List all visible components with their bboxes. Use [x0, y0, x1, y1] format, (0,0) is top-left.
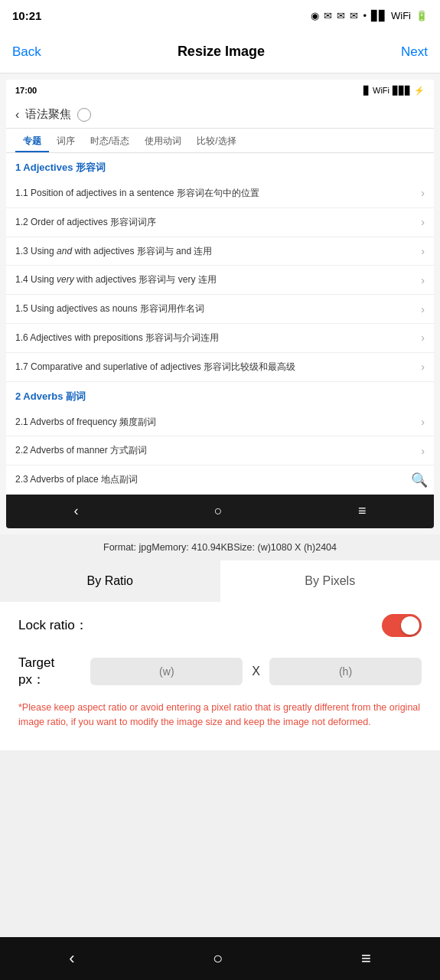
- lock-ratio-label: Lock ratio：: [18, 616, 88, 634]
- list-item[interactable]: 1.1 Position of adjectives in a sentence…: [6, 179, 434, 208]
- status-bar: 10:21 ◉ ✉ ✉ ✉ • ▊▊ WiFi 🔋: [0, 0, 440, 31]
- height-input[interactable]: [269, 658, 422, 685]
- list-item[interactable]: 2.3 Adverbs of place 地点副词 ›: [6, 466, 434, 495]
- by-ratio-tab[interactable]: By Ratio: [0, 560, 220, 602]
- status-time: 10:21: [12, 9, 41, 22]
- inner-back-icon[interactable]: ‹: [15, 108, 19, 122]
- section2-list: 2.1 Adverbs of frequency 频度副词 › 2.2 Adve…: [6, 408, 434, 495]
- by-pixels-tab[interactable]: By Pixels: [220, 560, 441, 602]
- tab-selector: By Ratio By Pixels: [0, 560, 440, 602]
- chevron-icon: ›: [421, 187, 425, 199]
- settings-area: Lock ratio： Target px： X *Please keep as…: [0, 602, 440, 751]
- list-item[interactable]: 1.2 Order of adjectives 形容词词序 ›: [6, 208, 434, 237]
- list-item-text: 1.2 Order of adjectives 形容词词序: [15, 216, 415, 229]
- inner-battery-icon: ⚡: [414, 86, 425, 96]
- inner-top-bar: ‹ 语法聚焦: [6, 101, 434, 129]
- inner-bottom-nav: ‹ ○ ≡: [6, 495, 434, 528]
- px-separator: X: [252, 665, 260, 678]
- warning-text: *Please keep aspect ratio or avoid enter…: [18, 701, 422, 739]
- chevron-icon: ›: [421, 303, 425, 315]
- list-item-text: 1.6 Adjectives with prepositions 形容词与介词连…: [15, 332, 415, 345]
- bottom-home-button[interactable]: ○: [213, 949, 223, 969]
- lock-ratio-toggle[interactable]: [382, 614, 422, 637]
- dot-icon: •: [363, 10, 367, 21]
- toggle-knob: [401, 616, 419, 635]
- email-icon-1: ✉: [324, 10, 332, 21]
- chevron-icon: ›: [421, 445, 425, 457]
- top-nav: Back Resize Image Next: [0, 31, 440, 74]
- chevron-icon: ›: [421, 416, 425, 428]
- search-icon[interactable]: 🔍: [411, 472, 428, 488]
- bottom-back-button[interactable]: ‹: [69, 949, 74, 969]
- chevron-icon: ›: [421, 245, 425, 257]
- bottom-menu-button[interactable]: ≡: [361, 949, 371, 969]
- status-icons: ◉ ✉ ✉ ✉ • ▊▊ WiFi 🔋: [311, 10, 428, 21]
- list-item[interactable]: 1.5 Using adjectives as nouns 形容词用作名词 ›: [6, 295, 434, 324]
- inner-icons: ▊ WiFi ▊▊▊ ⚡: [363, 86, 425, 96]
- tab-verbs[interactable]: 使用动词: [137, 129, 189, 152]
- tab-word-order[interactable]: 词序: [49, 129, 83, 152]
- list-item-text: 1.4 Using very with adjectives 形容词与 very…: [15, 273, 415, 286]
- list-item[interactable]: 1.7 Comparative and superlative of adjec…: [6, 353, 434, 382]
- next-button[interactable]: Next: [401, 44, 428, 60]
- list-item-text: 2.1 Adverbs of frequency 频度副词: [15, 416, 415, 429]
- lock-ratio-row: Lock ratio：: [18, 614, 422, 637]
- chevron-icon: ›: [421, 274, 425, 286]
- section1-list: 1.1 Position of adjectives in a sentence…: [6, 179, 434, 382]
- bottom-nav: ‹ ○ ≡: [0, 937, 440, 980]
- list-item[interactable]: 1.4 Using very with adjectives 形容词与 very…: [6, 266, 434, 295]
- inner-screen-title: 语法聚焦: [25, 107, 71, 122]
- signal-icon: ▊▊: [371, 10, 386, 21]
- list-item[interactable]: 1.6 Adjectives with prepositions 形容词与介词连…: [6, 324, 434, 353]
- phone-inner: 17:00 ▊ WiFi ▊▊▊ ⚡ ‹ 语法聚焦 专题 词序 时态/语态 使用…: [6, 80, 434, 528]
- list-item-text: 1.3 Using and with adjectives 形容词与 and 连…: [15, 245, 415, 258]
- tab-topics[interactable]: 专题: [15, 129, 49, 152]
- list-item-text: 1.5 Using adjectives as nouns 形容词用作名词: [15, 302, 415, 315]
- inner-time: 17:00: [15, 86, 37, 95]
- chevron-icon: ›: [421, 361, 425, 373]
- list-item[interactable]: 1.3 Using and with adjectives 形容词与 and 连…: [6, 237, 434, 266]
- list-item-text: 2.3 Adverbs of place 地点副词: [15, 473, 415, 486]
- inner-home-button[interactable]: ○: [214, 503, 223, 519]
- inner-signal-bar: ▊▊▊: [393, 86, 411, 96]
- chevron-icon: ›: [421, 216, 425, 228]
- list-item[interactable]: 2.2 Adverbs of manner 方式副词 ›: [6, 436, 434, 466]
- width-input[interactable]: [90, 658, 243, 685]
- inner-menu-button[interactable]: ≡: [358, 503, 367, 519]
- list-item-text: 1.7 Comparative and superlative of adjec…: [15, 361, 415, 374]
- inner-wifi-icon: WiFi: [373, 86, 389, 95]
- back-button[interactable]: Back: [12, 44, 41, 60]
- phone-preview: 17:00 ▊ WiFi ▊▊▊ ⚡ ‹ 语法聚焦 专题 词序 时态/语态 使用…: [0, 74, 440, 534]
- inner-back-button[interactable]: ‹: [74, 503, 79, 519]
- format-info: Format: jpgMemory: 410.94KBSize: (w)1080…: [0, 534, 440, 560]
- chevron-icon: ›: [421, 332, 425, 344]
- task-icon: ◉: [311, 10, 319, 21]
- list-item-text: 2.2 Adverbs of manner 方式副词: [15, 444, 415, 457]
- wifi-icon: WiFi: [391, 10, 411, 21]
- list-item[interactable]: 2.1 Adverbs of frequency 频度副词 ›: [6, 408, 434, 437]
- inner-circle-icon: [77, 108, 91, 122]
- section2-heading: 2 Adverbs 副词: [6, 382, 434, 408]
- tab-tense[interactable]: 时态/语态: [83, 129, 137, 152]
- email-icon-3: ✉: [350, 10, 358, 21]
- email-icon-2: ✉: [337, 10, 345, 21]
- tab-compare[interactable]: 比较/选择: [189, 129, 243, 152]
- list-item-text: 1.1 Position of adjectives in a sentence…: [15, 187, 415, 200]
- inner-status-bar: 17:00 ▊ WiFi ▊▊▊ ⚡: [6, 80, 434, 101]
- target-px-label: Target px：: [18, 655, 81, 688]
- target-px-row: Target px： X: [18, 655, 422, 688]
- inner-signal-icon: ▊: [363, 86, 370, 96]
- section1-heading: 1 Adjectives 形容词: [6, 153, 434, 179]
- battery-icon: 🔋: [416, 10, 428, 21]
- page-title: Resize Image: [178, 44, 265, 60]
- inner-tabs: 专题 词序 时态/语态 使用动词 比较/选择: [6, 129, 434, 153]
